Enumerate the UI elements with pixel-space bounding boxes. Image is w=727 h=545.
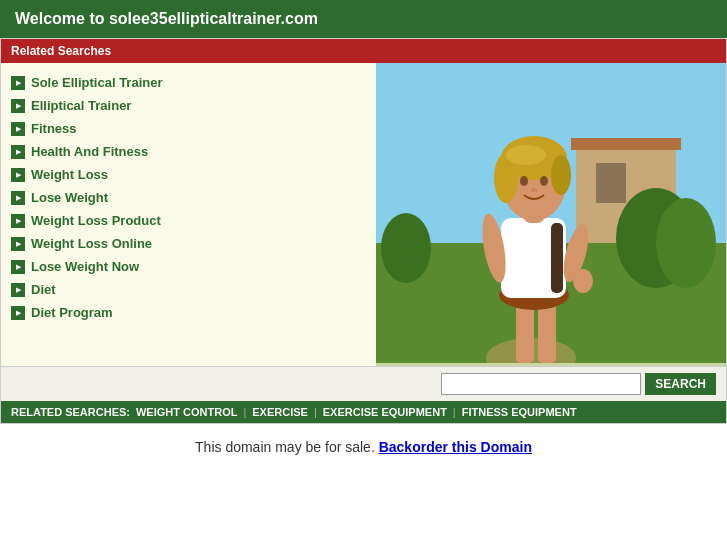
arrow-icon [11,122,25,136]
list-item: Lose Weight [11,186,366,209]
link-sole-elliptical-trainer[interactable]: Sole Elliptical Trainer [31,75,163,90]
link-fitness[interactable]: Fitness [31,121,77,136]
list-item: Fitness [11,117,366,140]
arrow-icon [11,306,25,320]
arrow-icon [11,283,25,297]
arrow-icon [11,237,25,251]
list-item: Diet Program [11,301,366,324]
page-header: Welcome to solee35ellipticaltrainer.com [0,0,727,38]
svg-rect-3 [596,163,626,203]
svg-point-25 [531,188,537,192]
bottom-related-bar: RELATED SEARCHES: WEIGHT CONTROL | EXERC… [1,401,726,423]
backorder-link[interactable]: Backorder this Domain [379,439,532,455]
list-item: Elliptical Trainer [11,94,366,117]
svg-point-7 [381,213,431,283]
svg-rect-13 [551,223,563,293]
search-input[interactable] [441,373,641,395]
arrow-icon [11,191,25,205]
search-button[interactable]: SEARCH [645,373,716,395]
arrow-icon [11,76,25,90]
bottom-link-exercise[interactable]: EXERCISE [252,406,308,418]
list-item: Weight Loss Online [11,232,366,255]
arrow-icon [11,145,25,159]
svg-point-23 [520,176,528,186]
arrow-icon [11,99,25,113]
separator: | [453,406,456,418]
links-panel: Sole Elliptical Trainer Elliptical Train… [1,63,376,366]
svg-point-24 [540,176,548,186]
woman-illustration [376,63,726,363]
link-weight-loss-online[interactable]: Weight Loss Online [31,236,152,251]
link-lose-weight[interactable]: Lose Weight [31,190,108,205]
link-weight-loss[interactable]: Weight Loss [31,167,108,182]
svg-point-21 [551,155,571,195]
arrow-icon [11,214,25,228]
list-item: Lose Weight Now [11,255,366,278]
list-item: Diet [11,278,366,301]
image-panel [376,63,726,366]
list-item: Weight Loss [11,163,366,186]
svg-point-6 [656,198,716,288]
bottom-link-exercise-equipment[interactable]: EXERCISE EQUIPMENT [323,406,447,418]
content-split: Sole Elliptical Trainer Elliptical Train… [1,63,726,366]
header-title: Welcome to solee35ellipticaltrainer.com [15,10,318,27]
separator: | [243,406,246,418]
link-diet[interactable]: Diet [31,282,56,297]
arrow-icon [11,168,25,182]
link-diet-program[interactable]: Diet Program [31,305,113,320]
link-lose-weight-now[interactable]: Lose Weight Now [31,259,139,274]
arrow-icon [11,260,25,274]
main-container: Related Searches Sole Elliptical Trainer… [0,38,727,424]
bottom-related-label: RELATED SEARCHES: [11,406,130,418]
search-bar-area: SEARCH [1,366,726,401]
separator: | [314,406,317,418]
svg-point-16 [573,269,593,293]
list-item: Weight Loss Product [11,209,366,232]
link-health-and-fitness[interactable]: Health And Fitness [31,144,148,159]
link-weight-loss-product[interactable]: Weight Loss Product [31,213,161,228]
link-elliptical-trainer[interactable]: Elliptical Trainer [31,98,131,113]
bottom-link-fitness-equipment[interactable]: FITNESS EQUIPMENT [462,406,577,418]
svg-rect-2 [571,138,681,150]
svg-point-22 [506,145,546,165]
sale-text: This domain may be for sale. [195,439,375,455]
bottom-link-weight-control[interactable]: WEIGHT CONTROL [136,406,237,418]
list-item: Sole Elliptical Trainer [11,71,366,94]
sale-notice: This domain may be for sale. Backorder t… [0,424,727,470]
related-searches-header: Related Searches [1,39,726,63]
list-item: Health And Fitness [11,140,366,163]
